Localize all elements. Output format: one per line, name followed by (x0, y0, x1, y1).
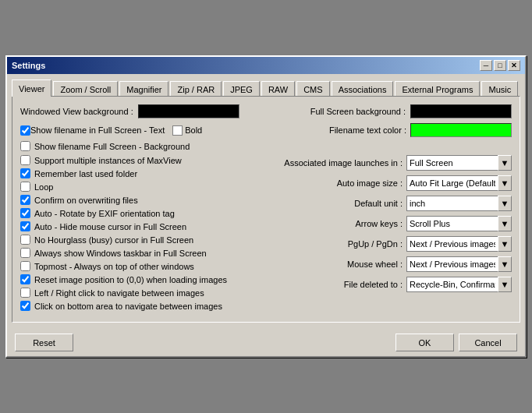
loop-label: Loop (34, 182, 53, 192)
auto-image-size-select-wrapper: Auto Fit Large (Default) Auto Fit Fit Wi… (406, 175, 512, 191)
tab-zip-rar[interactable]: Zip / RAR (170, 81, 222, 97)
click-bottom-checkbox[interactable] (20, 301, 30, 311)
tab-panel-viewer: Windowed View background : Full Screen b… (12, 96, 520, 323)
mouse-wheel-select-wrapper: Next / Previous images Zoom Scroll ▼ (406, 256, 512, 272)
auto-rotate-checkbox[interactable] (20, 208, 30, 218)
tab-raw[interactable]: RAW (261, 81, 295, 97)
click-bottom-label: Click on bottom area to navigate between… (34, 302, 222, 311)
footer-right: OK Cancel (395, 334, 517, 351)
auto-rotate-label: Auto - Rotate by EXIF orientation tag (34, 209, 175, 218)
left-right-click-checkbox[interactable] (20, 288, 30, 298)
tab-magnifier[interactable]: Magnifier (119, 81, 168, 97)
bold-label: Bold (185, 125, 202, 135)
tab-jpeg[interactable]: JPEG (223, 81, 260, 97)
file-deleted-label: File deleted to : (254, 280, 403, 289)
windowed-bg-color[interactable] (138, 104, 239, 118)
file-deleted-select[interactable]: Recycle-Bin, Confirmation Recycle-Bin, N… (406, 277, 512, 292)
arrow-keys-select-wrapper: Scroll Plus Scroll Next / Previous image… (406, 216, 512, 231)
footer: Reset OK Cancel (7, 327, 525, 356)
default-unit-select-wrapper: inch cm pixel ▼ (406, 196, 512, 211)
fullscreen-bg-label: Full Screen background : (310, 107, 406, 116)
default-unit-label: Default unit : (254, 199, 403, 208)
tab-music[interactable]: Music (481, 81, 518, 97)
loop-checkbox[interactable] (20, 182, 30, 192)
confirm-overwrite-label: Confirm on overwriting files (34, 196, 138, 205)
auto-image-size-label: Auto image size : (254, 178, 403, 188)
filename-text-color[interactable] (410, 123, 512, 137)
pgup-pgdn-select[interactable]: Next / Previous images Scroll Plus Scrol… (406, 236, 512, 252)
bold-checkbox-box[interactable] (172, 125, 183, 136)
reset-button[interactable]: Reset (15, 334, 73, 351)
no-hourglass-label: No Hourglass (busy) cursor in Full Scree… (34, 235, 193, 245)
pgup-pgdn-label: PgUp / PgDn : (254, 239, 403, 249)
arrow-keys-label: Arrow keys : (254, 219, 403, 228)
associated-launches-select[interactable]: Full Screen Windowed Last used (406, 155, 512, 171)
show-filename-bg-checkbox[interactable] (20, 141, 30, 151)
title-bar-controls: ─ □ ✕ (480, 60, 520, 71)
show-filename-checkbox[interactable] (20, 125, 30, 136)
no-hourglass-checkbox[interactable] (20, 235, 30, 245)
ok-button[interactable]: OK (395, 334, 454, 351)
tab-bar: Viewer Zoom / Scroll Magnifier Zip / RAR… (12, 79, 520, 96)
tab-viewer[interactable]: Viewer (12, 79, 51, 97)
tab-associations[interactable]: Associations (332, 81, 394, 97)
always-taskbar-label: Always show Windows taskbar in Full Scre… (34, 249, 207, 258)
auto-hide-cursor-checkbox[interactable] (20, 221, 30, 231)
close-button[interactable]: ✕ (508, 60, 520, 71)
reset-image-label: Reset image position to (0,0) when loadi… (34, 275, 227, 284)
settings-window: Settings ─ □ ✕ Viewer Zoom / Scroll Magn… (5, 55, 527, 358)
tab-external-programs[interactable]: External Programs (395, 81, 480, 97)
tab-cms[interactable]: CMS (296, 81, 329, 97)
file-deleted-select-wrapper: Recycle-Bin, Confirmation Recycle-Bin, N… (406, 277, 512, 292)
always-taskbar-checkbox[interactable] (20, 248, 30, 258)
remember-folder-label: Remember last used folder (34, 169, 137, 178)
windowed-bg-label: Windowed View background : (20, 107, 133, 116)
default-unit-select[interactable]: inch cm pixel (406, 196, 512, 211)
tab-zoom-scroll[interactable]: Zoom / Scroll (53, 81, 118, 97)
title-bar: Settings ─ □ ✕ (7, 57, 525, 74)
minimize-button[interactable]: ─ (480, 60, 492, 71)
maximize-button[interactable]: □ (494, 60, 506, 71)
pgup-pgdn-select-wrapper: Next / Previous images Scroll Plus Scrol… (406, 236, 512, 252)
fullscreen-bg-color[interactable] (410, 104, 512, 118)
show-filename-label: Show filename in Full Screen - Text (30, 125, 165, 135)
reset-image-checkbox[interactable] (20, 274, 30, 284)
filename-color-label: Filename text color : (329, 125, 406, 135)
remember-folder-checkbox[interactable] (20, 168, 30, 178)
topmost-checkbox[interactable] (20, 261, 30, 271)
arrow-keys-select[interactable]: Scroll Plus Scroll Next / Previous image… (406, 216, 512, 231)
mouse-wheel-select[interactable]: Next / Previous images Zoom Scroll (406, 256, 512, 272)
confirm-overwrite-checkbox[interactable] (20, 195, 30, 205)
show-filename-bg-label: Show filename Full Screen - Background (34, 142, 190, 151)
support-multiple-label: Support multiple instances of MaxView (34, 156, 182, 165)
cancel-button[interactable]: Cancel (459, 334, 517, 351)
window-title: Settings (12, 61, 45, 70)
auto-hide-cursor-label: Auto - Hide mouse cursor in Full Screen (34, 222, 186, 231)
associated-launches-label: Associated image launches in : (254, 158, 403, 168)
topmost-label: Topmost - Always on top of other windows (34, 262, 194, 271)
mouse-wheel-label: Mouse wheel : (254, 259, 403, 269)
left-right-click-label: Left / Right click to navigate between i… (34, 288, 204, 298)
associated-launches-select-wrapper: Full Screen Windowed Last used ▼ (406, 155, 512, 171)
auto-image-size-select[interactable]: Auto Fit Large (Default) Auto Fit Fit Wi… (406, 175, 512, 191)
support-multiple-checkbox[interactable] (20, 155, 30, 165)
